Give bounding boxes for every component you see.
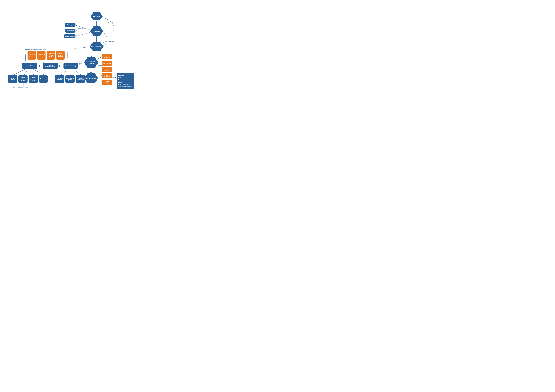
customer-service-process-node: Customer service process <box>47 50 55 60</box>
set-goals-node: Set goals <box>90 26 103 36</box>
info-box: Orientation Photos Documents Design Prod… <box>117 73 134 89</box>
monthly-report-node: Monthly report <box>8 75 17 83</box>
channel-strategies-1-node: Channel strategies <box>102 67 112 72</box>
svg-line-18 <box>61 69 69 75</box>
process-standardization-node: Process standardization <box>43 63 58 69</box>
svg-line-31 <box>70 47 91 49</box>
svg-line-20 <box>73 69 81 75</box>
data-analysis-label: Data analysis <box>78 28 85 29</box>
new-products-upload-node: New products upload <box>29 75 38 83</box>
after-sales-problem-node: After sales problem <box>55 75 64 83</box>
conversion-process-node: Conversion process <box>37 50 45 60</box>
marketing-node: Marketing <box>39 75 48 83</box>
pass-assessment-label: -Pass assessment and renew contract- <box>26 49 47 50</box>
channel-strategies-2-node: Channel strategies <box>102 73 112 78</box>
product-knowledge-node: Product Knowledge <box>76 75 85 83</box>
product-strategies-node: Product strategies <box>102 54 112 59</box>
svg-line-23 <box>31 69 34 75</box>
svg-line-5 <box>76 31 91 31</box>
market-support-node: Market support <box>64 34 75 38</box>
brand-goal-node: Brand goal <box>65 29 75 33</box>
svg-line-24 <box>33 69 44 75</box>
sales-goal-node: Sales goal <box>65 23 75 27</box>
goods-delivery-process-node: Goods delivery process <box>56 50 65 60</box>
negotiate-node: Negotiate <box>90 12 103 20</box>
sign-agreement-node: Sign agreement <box>90 42 103 51</box>
svg-line-21 <box>13 69 26 75</box>
put-forward-strategies-node: Put forward strategies <box>84 57 98 68</box>
svg-line-22 <box>24 69 28 75</box>
svg-line-14 <box>98 79 102 82</box>
design-online-shops-node: Design online shops <box>84 73 98 83</box>
svg-line-6 <box>76 32 91 36</box>
online-customer-service-node: Online customer service <box>18 75 28 83</box>
channel-strategies-3-node: Channel strategies <box>102 80 112 85</box>
price-strategies-node: Price strategies <box>102 61 112 66</box>
product-training-node: Product training <box>64 63 78 69</box>
core-selling-point-node: Core selling point <box>65 75 75 83</box>
operation-node: Operation <box>22 63 37 69</box>
svg-line-13 <box>98 76 102 76</box>
business-research-label: Business research <box>107 22 117 23</box>
svg-line-10 <box>98 63 102 63</box>
after-sales-process-node: After sales process <box>28 50 36 60</box>
service-content-label: Service content <box>106 41 114 42</box>
svg-line-9 <box>98 57 102 59</box>
svg-line-8 <box>78 63 84 64</box>
diagram-container: Negotiate Set goals Sign agreement Busin… <box>0 0 144 100</box>
